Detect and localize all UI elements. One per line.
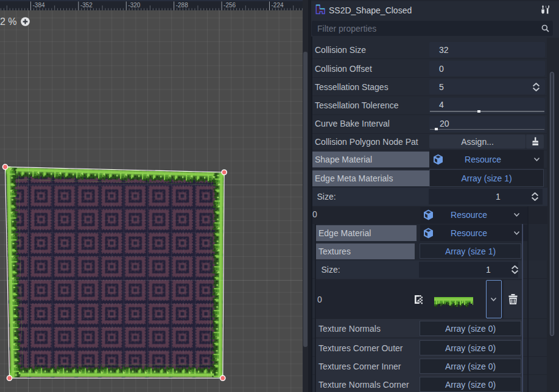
svg-text:-224: -224	[272, 2, 284, 9]
svg-text:-320: -320	[128, 2, 140, 9]
svg-text:-256: -256	[223, 2, 236, 9]
svg-text:-384: -384	[33, 2, 45, 9]
svg-text:2 %: 2 %	[0, 16, 17, 27]
svg-text:-288: -288	[176, 2, 188, 9]
svg-text:-352: -352	[80, 2, 93, 9]
